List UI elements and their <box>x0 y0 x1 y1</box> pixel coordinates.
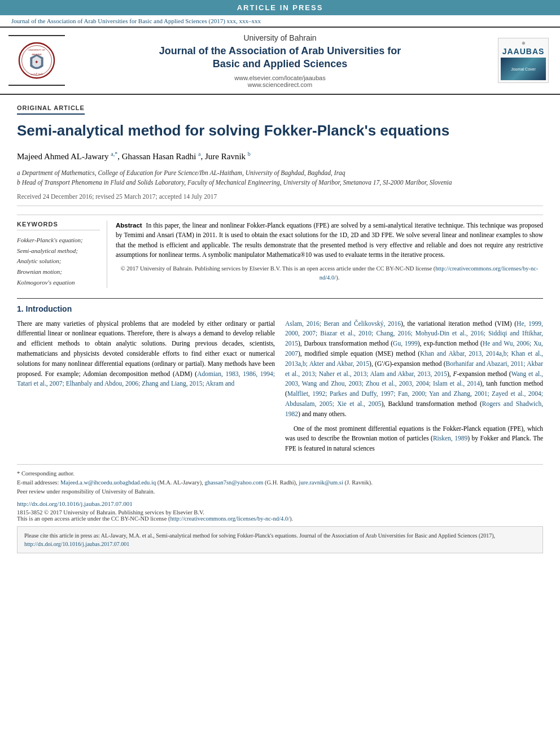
university-logo-left: UNIVERSITY OF BAHRAIN ✦ جامعة البحرين <box>8 35 65 86</box>
svg-text:UNIVERSITY OF: UNIVERSITY OF <box>28 49 45 51</box>
svg-text:جامعة البحرين: جامعة البحرين <box>30 72 43 75</box>
doi-line: http://dx.doi.org/10.1016/j.jaubas.2017.… <box>17 500 543 507</box>
intro-col-right: Aslam, 2016; Beran and Čelikovský, 2016)… <box>285 319 543 459</box>
affiliation-a: a Department of Mathematics, College of … <box>17 168 543 178</box>
email-link-1[interactable]: Majeed.a.w@ihcoedu.uobaghdad.edu.iq <box>60 479 156 486</box>
journal-logo-right: ⊕ JAAUBAS Journal Cover <box>495 35 552 86</box>
keywords-title: KEYWORDS <box>17 221 100 230</box>
keyword-1: Fokker-Planck's equation; <box>17 235 100 246</box>
author-2: Ghassan Hasan Radhi a <box>122 152 201 161</box>
journal-full-title: Journal of the Association of Arab Unive… <box>71 45 489 71</box>
email-link-3[interactable]: jure.ravnik@um.si <box>299 479 343 486</box>
footer-cc-link[interactable]: http://creativecommons.org/licenses/by-n… <box>170 516 290 522</box>
email-addresses: E-mail addresses: Majeed.a.w@ihcoedu.uob… <box>17 478 543 487</box>
journal-link-bar: Journal of the Association of Arab Unive… <box>0 15 560 27</box>
intro-col-left: There are many varieties of physical pro… <box>17 319 275 459</box>
paper-title: Semi-analytical method for solving Fokke… <box>17 121 543 141</box>
keyword-2: Semi-analytical method; <box>17 246 100 256</box>
peer-review-note: Peer review under responsibility of Univ… <box>17 487 543 496</box>
citation-box: Please cite this article in press as: AL… <box>17 526 543 553</box>
cite-doi-link[interactable]: http://dx.doi.org/10.1016/j.jaubas.2017.… <box>24 541 129 547</box>
abstract-text: Abstract In this paper, the linear and n… <box>116 221 543 260</box>
section-type-label: ORIGINAL ARTICLE <box>17 104 85 115</box>
intro-p1-left: There are many varieties of physical pro… <box>17 319 275 390</box>
footer-copyright-line2: This is an open access article under the… <box>17 516 543 522</box>
corresponding-author-note: * Corresponding author. <box>17 469 543 478</box>
footnotes: * Corresponding author. E-mail addresses… <box>17 464 543 496</box>
section-title-introduction: 1. Introduction <box>17 304 543 313</box>
author-3: Jure Ravnik b <box>205 152 251 161</box>
keywords-list: Fokker-Planck's equation; Semi-analytica… <box>17 235 100 287</box>
journal-header-center: University of Bahrain Journal of the Ass… <box>71 33 489 88</box>
abstract-cc-link[interactable]: http://creativecommons.org/licenses/by-n… <box>320 265 539 281</box>
university-name: University of Bahrain <box>71 33 489 42</box>
affiliation-b: b Head of Transport Phenomena in Fluid a… <box>17 178 543 187</box>
intro-p2-right: One of the most prominent differential e… <box>285 424 543 454</box>
article-in-press-banner: ARTICLE IN PRESS <box>0 0 560 15</box>
author-1: Majeed Ahmed AL-Jawary a,* <box>17 152 117 161</box>
authors-line: Majeed Ahmed AL-Jawary a,*, Ghassan Hasa… <box>17 151 543 161</box>
intro-p1-right: Aslam, 2016; Beran and Čelikovský, 2016)… <box>285 319 543 420</box>
abstract-box: Abstract In this paper, the linear and n… <box>116 221 543 287</box>
svg-text:✦: ✦ <box>34 59 39 65</box>
keyword-5: Kolmogorov's equation <box>17 277 100 288</box>
keyword-3: Analytic solution; <box>17 256 100 267</box>
abstract-copyright: © 2017 University of Bahrain. Publishing… <box>116 264 543 282</box>
keyword-4: Brownian motion; <box>17 267 100 277</box>
email-link-2[interactable]: ghassan7sn@yahoo.com <box>204 479 263 486</box>
separator <box>17 298 543 299</box>
affiliations: a Department of Mathematics, College of … <box>17 168 543 188</box>
doi-link[interactable]: http://dx.doi.org/10.1016/j.jaubas.2017.… <box>17 500 133 507</box>
keywords-box: KEYWORDS Fokker-Planck's equation; Semi-… <box>17 221 107 287</box>
main-content: ORIGINAL ARTICLE Semi-analytical method … <box>0 95 560 562</box>
footer-copyright: 1815-3852 © 2017 University of Bahrain. … <box>17 509 543 522</box>
received-dates: Received 24 December 2016; revised 25 Ma… <box>17 193 543 206</box>
introduction-columns: There are many varieties of physical pro… <box>17 319 543 459</box>
journal-links: www.elsevier.com/locate/jaaubas www.scie… <box>71 75 489 88</box>
abstract-section: KEYWORDS Fokker-Planck's equation; Semi-… <box>17 215 543 287</box>
footer-copyright-line1: 1815-3852 © 2017 University of Bahrain. … <box>17 509 543 516</box>
journal-header: UNIVERSITY OF BAHRAIN ✦ جامعة البحرين Un… <box>0 27 560 95</box>
